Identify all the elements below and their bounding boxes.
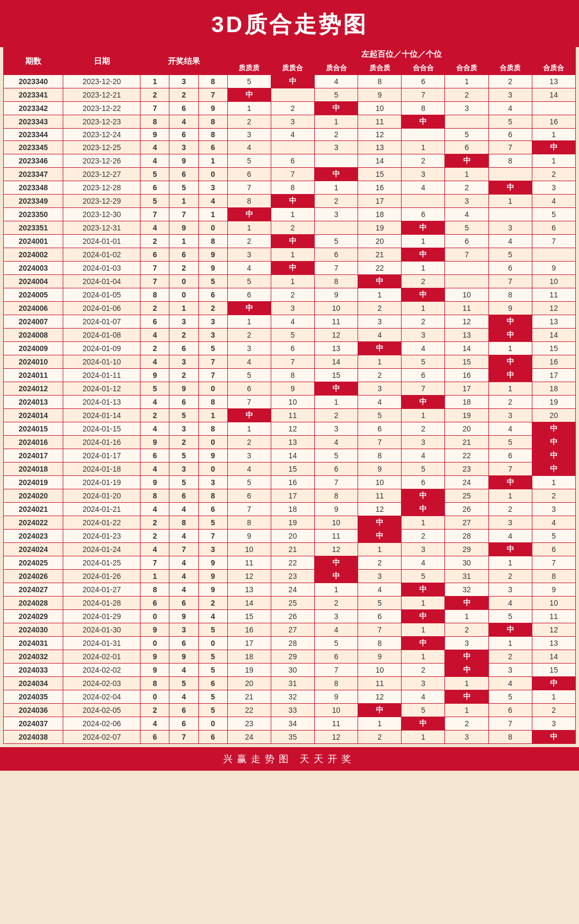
cell-val-1: 2 <box>271 288 314 302</box>
cell-val-4: 2 <box>402 315 445 329</box>
cell-val-6: 中 <box>488 329 532 342</box>
cell-val-3: 13 <box>358 141 402 154</box>
cell-num-1: 3 <box>169 463 198 476</box>
cell-num-1: 6 <box>169 102 198 115</box>
table-row: 20240302024-01-3093516274712中12 <box>4 623 576 637</box>
table-row: 20233422023-12-2276912中10834 <box>4 102 576 115</box>
cell-period: 2024015 <box>4 422 63 436</box>
cell-val-3: 12 <box>358 129 402 141</box>
cell-num-0: 4 <box>140 422 169 436</box>
cell-val-1: 7 <box>271 355 314 369</box>
cell-val-1: 中 <box>271 235 314 248</box>
cell-period: 2024036 <box>4 704 63 717</box>
cell-val-0: 23 <box>227 717 271 731</box>
cell-val-5: 20 <box>445 422 488 436</box>
table-row: 20240192024-01-19953516710624中1 <box>4 476 576 489</box>
th-col-3: 质合质 <box>358 62 402 75</box>
cell-period: 2024010 <box>4 355 63 369</box>
cell-val-4: 1 <box>402 302 445 315</box>
cell-val-2: 12 <box>314 731 358 744</box>
cell-period: 2024025 <box>4 556 63 570</box>
cell-val-0: 1 <box>227 221 271 235</box>
cell-val-2: 15 <box>314 369 358 382</box>
cell-num-0: 2 <box>140 530 169 543</box>
cell-val-6: 中 <box>488 315 532 329</box>
cell-val-6 <box>488 168 532 181</box>
cell-val-0: 中 <box>227 302 271 315</box>
cell-num-0: 6 <box>140 181 169 195</box>
cell-val-0: 中 <box>227 88 271 102</box>
table-row: 20233432023-12-2384823111中516 <box>4 115 576 129</box>
cell-val-1: 1 <box>271 208 314 221</box>
cell-num-2: 8 <box>198 235 227 248</box>
cell-val-2: 3 <box>314 141 358 154</box>
table-row: 20240102024-01-1043747141515中16 <box>4 355 576 369</box>
cell-val-3: 17 <box>358 195 402 208</box>
cell-val-5: 23 <box>445 463 488 476</box>
cell-val-4: 6 <box>402 75 445 88</box>
cell-val-1: 32 <box>271 690 314 704</box>
cell-val-2: 6 <box>314 248 358 262</box>
cell-val-3: 8 <box>358 449 402 463</box>
cell-num-2: 4 <box>198 610 227 623</box>
cell-num-1: 6 <box>169 129 198 141</box>
cell-period: 2024016 <box>4 436 63 449</box>
cell-val-2: 9 <box>314 503 358 516</box>
cell-val-3: 19 <box>358 221 402 235</box>
table-row: 20233452023-12-254364313167中 <box>4 141 576 154</box>
cell-val-2: 2 <box>314 409 358 422</box>
main-table: 期数 日期 开奖结果 左起百位／十位／个位 质质质 质质合 质合合 质合质 合合… <box>3 47 576 744</box>
cell-val-2: 13 <box>314 342 358 355</box>
cell-val-7: 13 <box>532 315 575 329</box>
cell-val-0: 17 <box>227 637 271 650</box>
cell-val-1: 4 <box>271 315 314 329</box>
cell-date: 2024-01-05 <box>63 288 140 302</box>
cell-num-1: 5 <box>169 181 198 195</box>
table-row: 20233442023-12-2496834212561 <box>4 129 576 141</box>
cell-val-5: 5 <box>445 221 488 235</box>
cell-val-4: 8 <box>402 102 445 115</box>
cell-val-7: 中 <box>532 141 575 154</box>
cell-num-1: 5 <box>169 677 198 690</box>
cell-val-0: 3 <box>227 449 271 463</box>
cell-val-7 <box>532 102 575 115</box>
cell-val-0: 6 <box>227 168 271 181</box>
cell-val-6: 2 <box>488 75 532 88</box>
cell-val-0: 6 <box>227 288 271 302</box>
cell-date: 2024-01-17 <box>63 449 140 463</box>
cell-val-1: 28 <box>271 637 314 650</box>
cell-val-3: 11 <box>358 677 402 690</box>
cell-val-2: 4 <box>314 75 358 88</box>
cell-num-0: 9 <box>140 129 169 141</box>
cell-val-6: 3 <box>488 409 532 422</box>
cell-val-3: 21 <box>358 248 402 262</box>
cell-date: 2024-01-25 <box>63 556 140 570</box>
footer-bar: 兴赢走势图 天天开奖 <box>0 747 579 771</box>
cell-val-2 <box>314 221 358 235</box>
cell-val-5: 16 <box>445 369 488 382</box>
cell-val-3: 12 <box>358 690 402 704</box>
cell-num-1: 1 <box>169 235 198 248</box>
cell-val-1: 31 <box>271 677 314 690</box>
cell-val-0: 16 <box>227 623 271 637</box>
cell-val-3: 20 <box>358 235 402 248</box>
table-row: 20240132024-01-1346871014中18219 <box>4 396 576 409</box>
cell-date: 2024-01-12 <box>63 382 140 396</box>
cell-val-2: 2 <box>314 195 358 208</box>
cell-val-6 <box>488 208 532 221</box>
cell-val-2: 3 <box>314 610 358 623</box>
cell-date: 2024-01-10 <box>63 355 140 369</box>
cell-val-0: 3 <box>227 129 271 141</box>
cell-num-2: 0 <box>198 221 227 235</box>
cell-val-0: 14 <box>227 597 271 610</box>
cell-num-1: 3 <box>169 422 198 436</box>
cell-num-1: 1 <box>169 302 198 315</box>
cell-val-0: 5 <box>227 476 271 489</box>
cell-num-0: 5 <box>140 168 169 181</box>
cell-num-0: 4 <box>140 543 169 556</box>
cell-date: 2024-01-24 <box>63 543 140 556</box>
cell-val-0: 20 <box>227 677 271 690</box>
cell-num-2: 2 <box>198 597 227 610</box>
cell-num-2: 8 <box>198 422 227 436</box>
cell-period: 2024004 <box>4 275 63 288</box>
